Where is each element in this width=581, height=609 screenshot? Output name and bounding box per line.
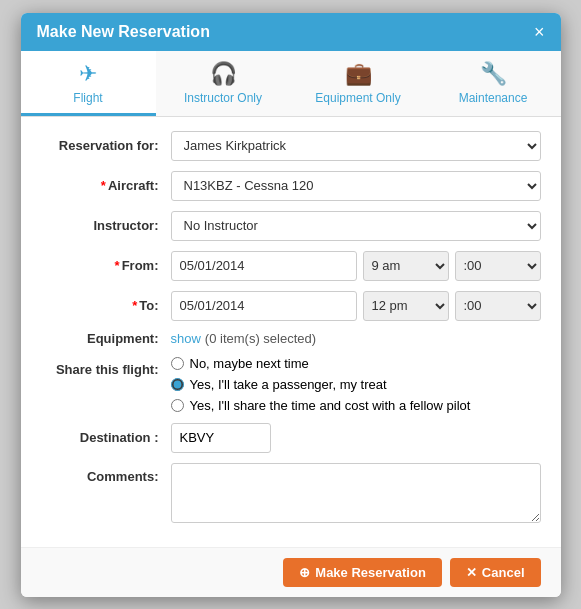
share-flight-row: Share this flight: No, maybe next time Y… [41,356,541,413]
cancel-label: Cancel [482,565,525,580]
aircraft-required: * [101,178,106,193]
instructor-row: Instructor: No Instructor [41,211,541,241]
aircraft-label: *Aircraft: [41,178,171,193]
tab-instructor-only[interactable]: 🎧 Instructor Only [156,51,291,116]
instructor-select[interactable]: No Instructor [171,211,541,241]
reservation-for-label: Reservation for: [41,138,171,153]
cancel-button[interactable]: ✕ Cancel [450,558,541,587]
aircraft-row: *Aircraft: N13KBZ - Cessna 120 [41,171,541,201]
share-yes-share-label: Yes, I'll share the time and cost with a… [190,398,471,413]
instructor-icon: 🎧 [210,61,237,87]
from-label: *From: [41,258,171,273]
equipment-icon: 💼 [345,61,372,87]
equipment-show-link[interactable]: show [171,331,201,346]
to-label: *To: [41,298,171,313]
equipment-controls: show (0 item(s) selected) [171,331,317,346]
share-option-no[interactable]: No, maybe next time [171,356,541,371]
from-date-input[interactable] [171,251,357,281]
comments-row: Comments: [41,463,541,523]
from-required: * [115,258,120,273]
destination-row: Destination : [41,423,541,453]
tab-instructor-label: Instructor Only [184,91,262,105]
destination-input[interactable] [171,423,271,453]
share-yes-treat-radio[interactable] [171,378,184,391]
share-yes-treat-label: Yes, I'll take a passenger, my treat [190,377,387,392]
share-no-label: No, maybe next time [190,356,309,371]
from-hour-select[interactable]: 9 am [363,251,449,281]
reservation-for-row: Reservation for: James Kirkpatrick [41,131,541,161]
modal-footer: ⊕ Make Reservation ✕ Cancel [21,547,561,597]
tab-flight-label: Flight [73,91,102,105]
from-min-select[interactable]: :00 [455,251,541,281]
to-required: * [132,298,137,313]
to-date-input[interactable] [171,291,357,321]
to-datetime: 12 pm :00 [171,291,541,321]
share-label: Share this flight: [41,356,171,377]
tab-maintenance[interactable]: 🔧 Maintenance [426,51,561,116]
from-row: *From: 9 am :00 [41,251,541,281]
tab-bar: ✈ Flight 🎧 Instructor Only 💼 Equipment O… [21,51,561,117]
comments-textarea[interactable] [171,463,541,523]
tab-flight[interactable]: ✈ Flight [21,51,156,116]
share-option-yes-treat[interactable]: Yes, I'll take a passenger, my treat [171,377,541,392]
tab-equipment-label: Equipment Only [315,91,400,105]
modal-title: Make New Reservation [37,23,210,41]
to-hour-select[interactable]: 12 pm [363,291,449,321]
destination-label: Destination : [41,430,171,445]
cancel-icon: ✕ [466,565,477,580]
modal-body: Reservation for: James Kirkpatrick *Airc… [21,117,561,547]
instructor-label: Instructor: [41,218,171,233]
to-row: *To: 12 pm :00 [41,291,541,321]
share-options: No, maybe next time Yes, I'll take a pas… [171,356,541,413]
flight-icon: ✈ [79,61,97,87]
tab-equipment-only[interactable]: 💼 Equipment Only [291,51,426,116]
maintenance-icon: 🔧 [480,61,507,87]
equipment-row: Equipment: show (0 item(s) selected) [41,331,541,346]
close-button[interactable]: × [534,23,545,41]
share-no-radio[interactable] [171,357,184,370]
comments-label: Comments: [41,463,171,484]
make-reservation-label: Make Reservation [315,565,426,580]
modal-container: Make New Reservation × ✈ Flight 🎧 Instru… [21,13,561,597]
modal-header: Make New Reservation × [21,13,561,51]
share-option-yes-share[interactable]: Yes, I'll share the time and cost with a… [171,398,541,413]
from-datetime: 9 am :00 [171,251,541,281]
make-reservation-button[interactable]: ⊕ Make Reservation [283,558,442,587]
share-yes-share-radio[interactable] [171,399,184,412]
to-min-select[interactable]: :00 [455,291,541,321]
reservation-for-select[interactable]: James Kirkpatrick [171,131,541,161]
equipment-label: Equipment: [41,331,171,346]
equipment-count: (0 item(s) selected) [205,331,316,346]
aircraft-select[interactable]: N13KBZ - Cessna 120 [171,171,541,201]
make-reservation-icon: ⊕ [299,565,310,580]
tab-maintenance-label: Maintenance [459,91,528,105]
